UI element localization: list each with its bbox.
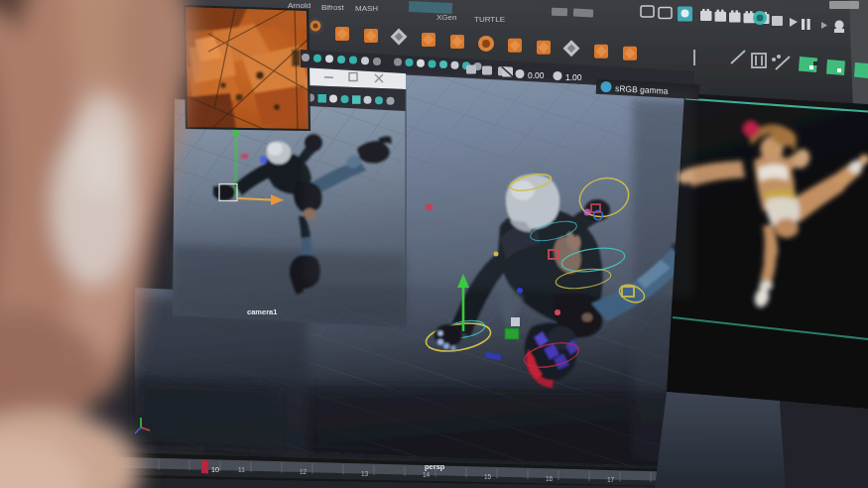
svg-text:Bifrost: Bifrost [321,3,344,12]
svg-text:MASH: MASH [355,4,378,13]
svg-text:17: 17 [607,476,615,483]
svg-text:16: 16 [546,475,554,482]
svg-text:11: 11 [238,466,245,473]
svg-text:0.00: 0.00 [528,70,545,80]
svg-text:14: 14 [423,471,431,478]
svg-text:12: 12 [300,468,308,475]
svg-text:camera1: camera1 [247,307,277,316]
svg-text:13: 13 [361,470,369,477]
svg-text:XGen: XGen [436,13,456,22]
svg-text:persp: persp [425,462,445,471]
svg-text:TURTLE: TURTLE [474,15,505,24]
svg-text:10: 10 [211,466,219,473]
svg-text:1.00: 1.00 [565,72,582,82]
svg-text:15: 15 [484,473,492,480]
